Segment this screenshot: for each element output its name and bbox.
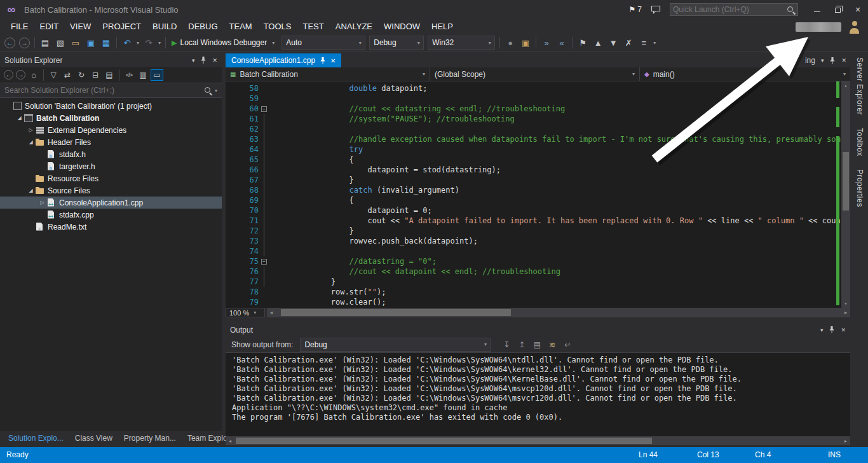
messages-list-icon[interactable]: ▤	[531, 340, 543, 349]
menu-item-debug[interactable]: DEBUG	[182, 19, 223, 34]
collapsed-expander-icon[interactable]: ▷	[27, 127, 35, 133]
close-icon[interactable]: ✕	[841, 57, 846, 64]
notifications-button[interactable]: ⚑ 7	[629, 5, 642, 14]
new-project-icon[interactable]: ▤	[38, 36, 52, 49]
debug-type-combo[interactable]: Auto▾	[281, 36, 365, 50]
collapsed-expander-icon[interactable]: ▷	[38, 200, 46, 205]
output-log[interactable]: 'Batch Calibration.exe' (Win32): Loaded …	[226, 353, 850, 436]
chevron-down-icon[interactable]: ▾	[215, 88, 217, 93]
open-file-icon[interactable]: ▭	[69, 36, 83, 49]
save-icon[interactable]: ▣	[84, 36, 98, 49]
start-debugging-button[interactable]: ▶Local Windows Debugger▾	[168, 36, 280, 50]
undo-icon[interactable]: ↶	[120, 36, 134, 49]
side-tab-properties[interactable]: Properties	[855, 169, 864, 207]
menu-item-view[interactable]: VIEW	[64, 19, 97, 34]
tree-item-batch-calibration[interactable]: ◢Batch Calibration	[0, 112, 222, 124]
tree-item-stdafx-h[interactable]: hstdafx.h	[0, 148, 222, 160]
properties-icon[interactable]: ▥	[137, 69, 149, 81]
find-message-icon[interactable]: ↧	[500, 340, 513, 349]
chevron-down-icon[interactable]: ▾	[651, 34, 658, 51]
solution-configuration-combo[interactable]: Debug▾	[369, 36, 424, 50]
pin-icon[interactable]	[829, 57, 836, 64]
previous-bookmark-icon[interactable]: ▲	[591, 36, 605, 49]
search-icon[interactable]	[787, 6, 795, 14]
breakpoint-margin[interactable]	[226, 134, 238, 144]
output-source-combo[interactable]: Debug ▾	[300, 338, 491, 352]
breakpoint-margin[interactable]	[226, 277, 238, 287]
menu-item-test[interactable]: TEST	[297, 19, 330, 34]
scrollbar-track[interactable]	[841, 90, 850, 300]
redo-icon[interactable]: ↷	[142, 36, 156, 49]
menu-item-project[interactable]: PROJECT	[97, 19, 147, 34]
restore-button[interactable]	[827, 2, 848, 17]
collapse-region-icon[interactable]: −	[261, 259, 267, 265]
diagnostics-window-icon[interactable]: ▣	[519, 36, 532, 49]
tree-item-readme-txt[interactable]: ≡ReadMe.txt	[0, 221, 222, 233]
tree-item-source-files[interactable]: ◢Source Files	[0, 184, 222, 197]
scrollbar-track[interactable]	[234, 436, 841, 445]
navigate-forward-icon[interactable]: →	[19, 38, 30, 48]
breakpoint-margin[interactable]	[226, 195, 238, 205]
code-editor[interactable]: 58 double datapoint;5960− //cout << data…	[226, 81, 850, 308]
menu-item-build[interactable]: BUILD	[147, 19, 182, 34]
side-tab-toolbox[interactable]: Toolbox	[855, 128, 864, 156]
pin-icon[interactable]	[320, 57, 326, 64]
solution-platform-combo[interactable]: Win32▾	[428, 36, 495, 50]
chevron-down-icon[interactable]: ▾	[135, 34, 141, 51]
expanded-expander-icon[interactable]: ◢	[15, 115, 24, 121]
editor-horizontal-scrollbar[interactable]: ◂ ▸	[267, 308, 850, 317]
breakpoint-margin[interactable]	[226, 266, 238, 277]
chevron-down-icon[interactable]: ▾	[843, 71, 846, 77]
breakpoint-margin[interactable]	[226, 287, 238, 297]
breakpoint-margin[interactable]	[226, 124, 238, 134]
close-icon[interactable]: ✕	[212, 57, 217, 64]
navigate-to-icon[interactable]: «	[555, 36, 569, 49]
quick-launch-box[interactable]	[670, 3, 798, 16]
collapse-region-icon[interactable]: −	[261, 106, 267, 112]
close-icon[interactable]: ✕	[330, 57, 336, 64]
task-list-icon[interactable]: ≡	[637, 36, 651, 49]
signed-in-user-name-redacted[interactable]	[796, 22, 841, 32]
solution-search-box[interactable]: ▾	[0, 83, 222, 98]
close-icon[interactable]: ✕	[841, 327, 846, 333]
collapse-all-icon[interactable]: ⊟	[89, 69, 102, 81]
find-in-files-icon[interactable]: »	[539, 36, 553, 49]
breakpoint-margin[interactable]	[226, 205, 238, 216]
sync-with-active-document-icon[interactable]: ⇄	[61, 69, 74, 81]
menu-item-window[interactable]: WINDOW	[378, 19, 426, 34]
breakpoint-margin[interactable]	[226, 297, 238, 307]
expanded-expander-icon[interactable]: ◢	[27, 139, 35, 145]
breakpoint-margin[interactable]	[226, 165, 238, 175]
breakpoint-margin[interactable]	[226, 155, 238, 165]
scrollbar-thumb[interactable]	[281, 309, 511, 316]
chevron-down-icon[interactable]: ▾	[480, 338, 490, 351]
chevron-down-icon[interactable]: ▾	[270, 36, 276, 50]
breakpoints-window-icon[interactable]: ●	[503, 36, 517, 49]
chevron-down-icon[interactable]: ▾	[414, 36, 423, 49]
breakpoint-margin[interactable]	[226, 104, 238, 114]
pin-icon[interactable]	[829, 326, 835, 333]
home-icon[interactable]: ⌂	[27, 69, 40, 81]
breakpoint-margin[interactable]	[226, 93, 238, 104]
breakpoint-margin[interactable]	[226, 246, 238, 256]
chevron-down-icon[interactable]: ▾	[423, 71, 425, 77]
tool-window-tab-property-man[interactable]: Property Man...	[118, 431, 182, 445]
menu-item-help[interactable]: HELP	[426, 19, 459, 34]
feedback-icon[interactable]	[651, 5, 661, 14]
tab-consoleapplication1-cpp[interactable]: ConsoleApplication1.cpp ✕	[226, 53, 341, 67]
clear-bookmarks-icon[interactable]: ✗	[621, 36, 635, 49]
forward-icon[interactable]: →	[16, 70, 25, 79]
side-tab-server-explorer[interactable]: Server Explorer	[855, 57, 864, 115]
editor-vertical-scrollbar[interactable]: ▴ ▾	[841, 81, 850, 308]
show-all-files-icon[interactable]: ▤	[103, 69, 116, 81]
tree-item-stdafx-cpp[interactable]: ++stdafx.cpp	[0, 209, 222, 221]
scroll-up-icon[interactable]: ▴	[841, 81, 850, 90]
scroll-left-icon[interactable]: ◂	[267, 310, 276, 315]
view-code-icon[interactable]: </>	[123, 69, 135, 81]
expanded-expander-icon[interactable]: ◢	[27, 188, 35, 193]
chevron-down-icon[interactable]: ▾	[252, 308, 258, 317]
next-bookmark-icon[interactable]: ▼	[606, 36, 620, 49]
breakpoint-margin[interactable]	[226, 114, 238, 124]
quick-launch-input[interactable]	[673, 5, 787, 14]
search-icon[interactable]	[204, 86, 212, 95]
